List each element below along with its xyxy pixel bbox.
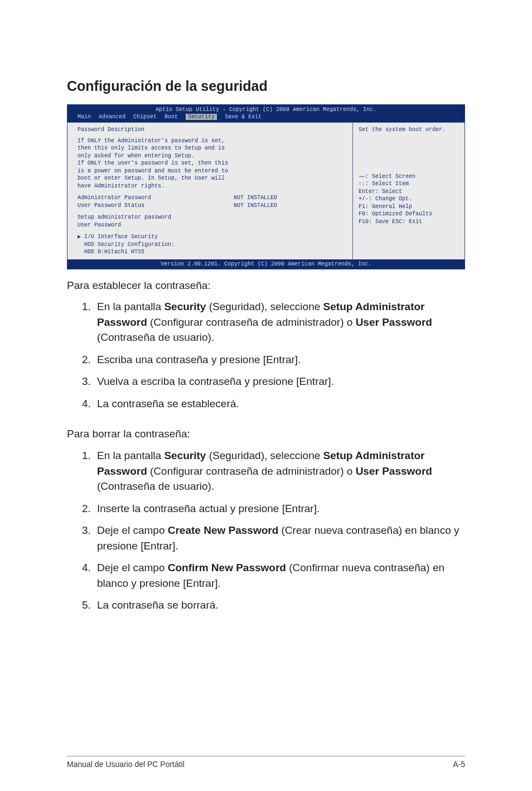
clear-password-steps: En la pantalla Security (Seguridad), sel… (67, 448, 465, 613)
text-bold: Security (164, 450, 206, 461)
bios-desc-line: have Administrator rights. (78, 182, 346, 190)
bios-left-pane: Password Description If ONLY the Adminis… (67, 123, 353, 259)
bios-tab-bar: Main Advanced Chipset Boot Security Save… (67, 113, 465, 122)
list-item: Vuelva a escriba la contraseña y presion… (94, 374, 465, 389)
bios-key-hint: F1: General Help (359, 203, 459, 211)
bios-tab-advanced[interactable]: Advanced (99, 114, 125, 120)
bios-help-hint: Set the system boot order. (359, 126, 459, 134)
text-bold: User Password (356, 465, 432, 477)
list-item: Inserte la contraseña actual y presione … (94, 501, 465, 517)
list-item: Escriba una contraseña y presione [Entra… (94, 352, 465, 368)
text: (Contraseña de usuario). (97, 331, 214, 343)
bios-key-hint: →←: Select Screen (359, 173, 459, 181)
bios-body: Password Description If ONLY the Adminis… (67, 122, 465, 259)
text: Deje el campo (97, 524, 168, 536)
bios-desc-line: is a power on password and must be enter… (78, 167, 346, 175)
page-heading: Configuración de la seguridad (67, 78, 465, 94)
text: Deje el campo (97, 562, 168, 573)
text: (Configurar contraseña de administrador)… (147, 465, 356, 477)
bios-desc-line: If ONLY the user's password is set, then… (78, 160, 346, 167)
bios-field-row[interactable]: Administrator Password NOT INSTALLED (78, 194, 346, 202)
bios-desc-line: boot or enter Setup. In Setup, the User … (78, 175, 346, 182)
bios-submenu-row[interactable]: ▶ I/O Interface Security (78, 233, 346, 241)
text: En la pantalla (97, 450, 164, 461)
text-bold: Confirm New Password (168, 562, 286, 573)
bios-key-hint: F9: Optimized Defaults (359, 210, 459, 218)
footer-title: Manual de Usuario del PC Portátil (67, 760, 185, 769)
bios-tab-boot[interactable]: Boot (165, 114, 178, 120)
text: (Configurar contraseña de administrador)… (147, 316, 356, 328)
list-item: En la pantalla Security (Seguridad), sel… (94, 299, 465, 345)
footer-page-number: A-5 (453, 760, 465, 769)
bios-field-label: Administrator Password (78, 194, 234, 202)
bios-desc-line: then this only limits access to Setup an… (78, 144, 346, 152)
list-item: Deje el campo Confirm New Password (Conf… (94, 560, 465, 591)
bios-tab-main[interactable]: Main (78, 114, 91, 120)
bios-key-hint: ↑↓: Select Item (359, 180, 459, 188)
list-item: La contraseña se borrará. (94, 597, 465, 613)
bios-tab-save-exit[interactable]: Save & Exit (225, 114, 262, 120)
list-item: La contraseña se establecerá. (94, 396, 465, 412)
bios-footer: Version 2.00.1201. Copyright (C) 2009 Am… (67, 259, 465, 269)
bios-key-hint: +/-: Change Opt. (359, 195, 459, 203)
text: En la pantalla (97, 301, 164, 312)
bios-field-label: User Password Status (78, 202, 234, 210)
clear-password-intro: Para borrar la contraseña: (67, 427, 465, 441)
list-item: En la pantalla Security (Seguridad), sel… (94, 448, 465, 494)
bios-field-row[interactable]: User Password Status NOT INSTALLED (78, 202, 346, 210)
bios-right-pane: Set the system boot order. →←: Select Sc… (353, 123, 465, 259)
text-bold: Security (164, 301, 206, 312)
page-footer: Manual de Usuario del PC Portátil A-5 (67, 756, 465, 769)
bios-desc-line: If ONLY the Administrator's password is … (78, 137, 346, 145)
bios-section-title: Password Description (78, 126, 346, 134)
bios-submenu-label: I/O Interface Security (84, 234, 158, 240)
bios-item[interactable]: User Password (78, 221, 346, 229)
set-password-intro: Para establecer la contraseña: (67, 278, 465, 293)
bios-item[interactable]: Setup administrator password (78, 214, 346, 221)
text-bold: Create New Password (168, 524, 279, 536)
set-password-steps: En la pantalla Security (Seguridad), sel… (67, 299, 465, 411)
bios-key-hint: Enter: Select (359, 188, 459, 196)
submenu-marker-icon: ▶ (78, 234, 81, 240)
bios-screenshot: Aptio Setup Utility - Copyright (C) 2009… (67, 104, 465, 269)
text-bold: User Password (356, 316, 432, 328)
text: (Contraseña de usuario). (97, 480, 214, 492)
bios-field-value: NOT INSTALLED (234, 202, 277, 210)
bios-item[interactable]: HDD Security Configuration: (78, 241, 346, 249)
text: (Seguridad), seleccione (206, 450, 323, 461)
list-item: Deje el campo Create New Password (Crear… (94, 523, 465, 553)
bios-desc-line: only asked for when entering Setup. (78, 152, 346, 160)
bios-tab-chipset[interactable]: Chipset (133, 114, 157, 120)
text: (Seguridad), seleccione (206, 301, 323, 312)
bios-title-bar: Aptio Setup Utility - Copyright (C) 2009… (67, 105, 465, 113)
bios-key-hint: F10: Save ESC: Exit (359, 218, 459, 226)
bios-tab-security[interactable]: Security (186, 114, 217, 120)
bios-field-value: NOT INSTALLED (234, 194, 277, 202)
bios-item[interactable]: HDD 0:Hitachi HTS5 (78, 248, 346, 256)
